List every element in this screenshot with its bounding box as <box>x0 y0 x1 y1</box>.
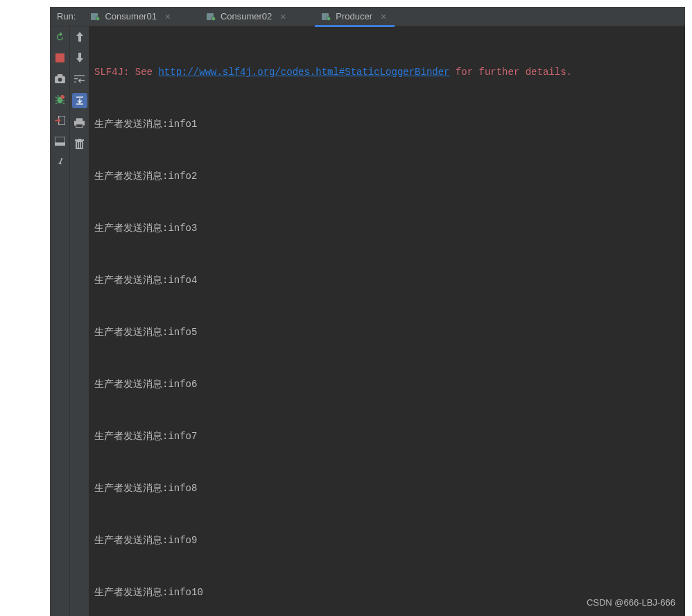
body-area: SLF4J: See http://www.slf4j.org/codes.ht… <box>50 26 685 616</box>
svg-point-8 <box>327 17 331 20</box>
camera-icon[interactable] <box>53 72 66 85</box>
exit-icon[interactable] <box>53 114 66 126</box>
tab-consumer02[interactable]: Consumer02 × <box>201 7 293 26</box>
watermark: CSDN @666-LBJ-666 <box>587 597 675 608</box>
log-line: 生产者发送消息:info7 <box>94 428 680 445</box>
trash-icon[interactable] <box>73 137 86 150</box>
log-line: 生产者发送消息:info4 <box>94 272 680 289</box>
tab-label: Producer <box>336 11 372 22</box>
toolbar-right <box>69 26 89 616</box>
log-line: 生产者发送消息:info6 <box>94 376 680 393</box>
soft-wrap-icon[interactable] <box>73 72 86 85</box>
debug-icon[interactable] <box>53 93 66 105</box>
arrow-up-icon[interactable] <box>73 31 86 43</box>
stop-icon[interactable] <box>53 51 66 64</box>
print-icon[interactable] <box>73 117 86 129</box>
log-line: 生产者发送消息:info9 <box>94 532 680 549</box>
close-icon[interactable]: × <box>379 12 388 21</box>
tabbar-label: Run: <box>57 11 76 22</box>
close-icon[interactable]: × <box>164 12 172 21</box>
svg-rect-17 <box>55 142 65 146</box>
layout-icon[interactable] <box>53 135 66 147</box>
run-config-icon <box>91 12 101 22</box>
tab-consumer01[interactable]: Consumer01 × <box>85 7 177 26</box>
rerun-icon[interactable] <box>53 31 66 43</box>
tab-producer[interactable]: Producer × <box>316 7 393 26</box>
log-line: 生产者发送消息:info3 <box>94 220 680 237</box>
svg-rect-25 <box>79 142 80 148</box>
tab-label: Consumer01 <box>105 11 156 22</box>
log-text: for further details. <box>450 67 572 78</box>
run-config-icon <box>207 12 216 22</box>
toolbar-left <box>50 26 69 616</box>
scroll-to-end-icon[interactable] <box>72 93 87 108</box>
svg-rect-18 <box>76 118 83 121</box>
close-icon[interactable]: × <box>279 12 287 21</box>
log-line: 生产者发送消息:info1 <box>94 116 680 133</box>
svg-rect-23 <box>78 139 81 140</box>
run-panel-producer: Run: Consumer01 × Consumer02 × Producer … <box>50 7 685 616</box>
arrow-down-icon[interactable] <box>73 51 86 64</box>
svg-point-12 <box>58 78 62 82</box>
svg-rect-20 <box>76 124 83 128</box>
log-link[interactable]: http://www.slf4j.org/codes.html#StaticLo… <box>158 67 449 78</box>
tabbar: Run: Consumer01 × Consumer02 × Producer … <box>50 7 685 26</box>
log-line: 生产者发送消息:info8 <box>94 480 680 497</box>
run-config-icon <box>322 12 331 22</box>
svg-rect-24 <box>77 142 78 148</box>
svg-point-14 <box>60 94 64 99</box>
tab-label: Consumer02 <box>220 11 272 22</box>
svg-rect-11 <box>57 74 62 77</box>
log-text: SLF4J: See <box>94 67 158 78</box>
log-line: 生产者发送消息:info2 <box>94 168 680 185</box>
log-line: 生产者发送消息:info5 <box>94 324 680 341</box>
pin-icon[interactable] <box>53 155 66 168</box>
console-output[interactable]: SLF4J: See http://www.slf4j.org/codes.ht… <box>89 26 685 616</box>
svg-rect-26 <box>81 142 82 148</box>
svg-rect-9 <box>55 53 64 62</box>
svg-point-2 <box>96 17 100 20</box>
svg-point-5 <box>212 17 216 20</box>
